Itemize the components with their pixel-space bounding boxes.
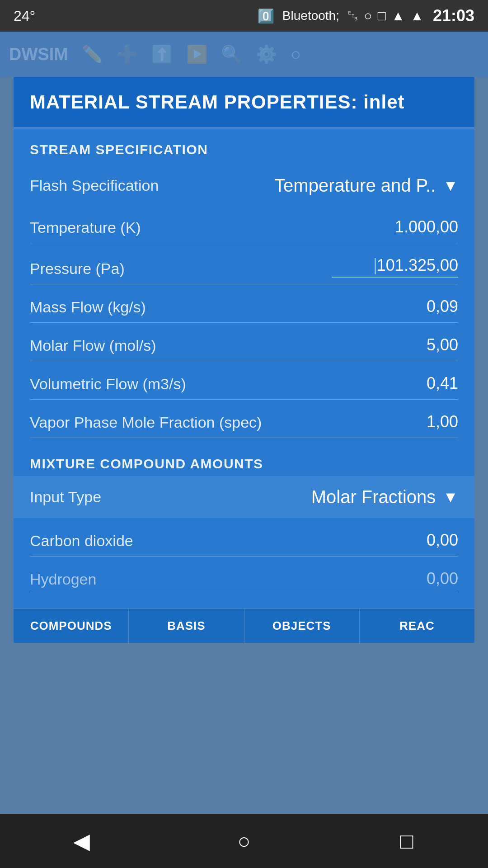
- material-stream-modal: MATERIAL STREAM PROPERTIES: inlet STREAM…: [14, 77, 474, 643]
- pressure-value[interactable]: 101.325,00: [332, 256, 458, 278]
- flash-spec-dropdown[interactable]: Temperature and P.. ▼: [274, 175, 458, 196]
- molar-flow-row: Molar Flow (mol/s) 5,00: [30, 323, 458, 361]
- input-type-value: Molar Fractions: [311, 487, 436, 507]
- tab-objects[interactable]: OBJECTS: [244, 609, 360, 643]
- carbon-dioxide-row: Carbon dioxide 0,00: [30, 518, 458, 557]
- stream-spec-header: STREAM SPECIFICATION: [30, 128, 458, 162]
- vapor-phase-row: Vapor Phase Mole Fraction (spec) 1,00: [30, 400, 458, 438]
- pressure-label: Pressure (Pa): [30, 260, 332, 278]
- bluetooth-icon: ␗ ○ □ ▲ ▲: [347, 8, 425, 24]
- flash-spec-label: Flash Specification: [30, 177, 159, 194]
- temperature-display: 24°: [14, 8, 35, 24]
- bluetooth-icon: Bluetooth;: [282, 9, 339, 23]
- time-display: 21:03: [433, 6, 474, 25]
- back-button[interactable]: ◀: [59, 823, 104, 859]
- mixture-header: MIXTURE COMPOUND AMOUNTS: [30, 438, 458, 476]
- pressure-row: Pressure (Pa) 101.325,00: [30, 243, 458, 284]
- flash-spec-row: Flash Specification Temperature and P.. …: [30, 162, 458, 205]
- molar-flow-value[interactable]: 5,00: [332, 335, 458, 354]
- mass-flow-label: Mass Flow (kg/s): [30, 298, 332, 316]
- volumetric-flow-label: Volumetric Flow (m3/s): [30, 375, 332, 393]
- bottom-nav: ◀ ○ □: [0, 814, 488, 868]
- hydrogen-row: Hydrogen 0,00: [30, 557, 458, 592]
- vapor-phase-label: Vapor Phase Mole Fraction (spec): [30, 414, 332, 431]
- input-type-label: Input Type: [30, 488, 101, 506]
- mass-flow-row: Mass Flow (kg/s) 0,09: [30, 284, 458, 323]
- text-cursor: [375, 258, 376, 274]
- carbon-dioxide-value[interactable]: 0,00: [332, 531, 458, 550]
- carbon-dioxide-label: Carbon dioxide: [30, 532, 332, 550]
- bluetooth-icon: 0️⃣: [258, 8, 274, 24]
- bottom-tabs: COMPOUNDS BASIS OBJECTS REAC: [14, 609, 474, 643]
- flash-spec-arrow-icon: ▼: [443, 177, 458, 194]
- volumetric-flow-row: Volumetric Flow (m3/s) 0,41: [30, 361, 458, 400]
- tab-compounds[interactable]: COMPOUNDS: [14, 609, 129, 643]
- vapor-phase-value[interactable]: 1,00: [332, 412, 458, 431]
- recent-button[interactable]: □: [384, 823, 429, 859]
- tab-basis[interactable]: BASIS: [129, 609, 244, 643]
- volumetric-flow-value[interactable]: 0,41: [332, 374, 458, 393]
- back-icon: ◀: [73, 828, 90, 854]
- tab-reac[interactable]: REAC: [360, 609, 474, 643]
- home-icon: ○: [238, 829, 251, 854]
- recent-icon: □: [400, 829, 413, 854]
- home-button[interactable]: ○: [221, 823, 267, 859]
- input-type-arrow-icon: ▼: [443, 488, 458, 506]
- modal-title: MATERIAL STREAM PROPERTIES: inlet: [30, 91, 458, 113]
- temperature-value[interactable]: 1.000,00: [332, 217, 458, 236]
- modal-body: STREAM SPECIFICATION Flash Specification…: [14, 128, 474, 609]
- hydrogen-label: Hydrogen: [30, 571, 332, 588]
- modal-header: MATERIAL STREAM PROPERTIES: inlet: [14, 77, 474, 128]
- mass-flow-value[interactable]: 0,09: [332, 297, 458, 316]
- flash-spec-value: Temperature and P..: [274, 175, 436, 196]
- status-bar: 24° 0️⃣ Bluetooth; ␗ ○ □ ▲ ▲ 21:03: [0, 0, 488, 32]
- hydrogen-value[interactable]: 0,00: [332, 569, 458, 588]
- molar-flow-label: Molar Flow (mol/s): [30, 337, 332, 354]
- input-type-row: Input Type Molar Fractions ▼: [14, 476, 474, 518]
- input-type-dropdown[interactable]: Molar Fractions ▼: [311, 487, 458, 507]
- temperature-row: Temperature (K) 1.000,00: [30, 205, 458, 243]
- temperature-label: Temperature (K): [30, 219, 332, 236]
